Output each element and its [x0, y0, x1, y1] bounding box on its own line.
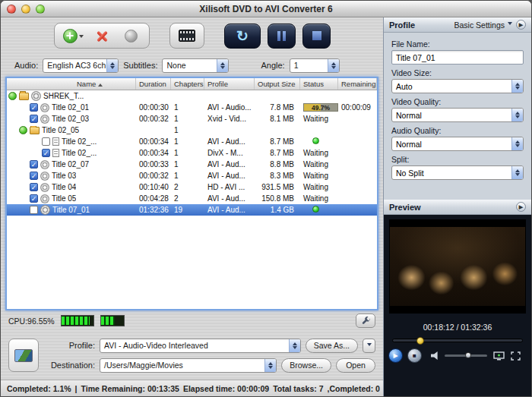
row-checkbox[interactable]: ✓	[42, 149, 50, 157]
zoom-button[interactable]	[36, 5, 45, 14]
preview-expand-button[interactable]: ▶	[516, 202, 526, 212]
minimize-button[interactable]	[21, 5, 30, 14]
table-row[interactable]: ✓Title 02_0100:00:301AVI - Audio...7.8 M…	[7, 102, 377, 113]
profile-section-header: Profile Basic Settings ▶	[384, 17, 531, 33]
row-size: 8.1 MB	[255, 115, 300, 123]
row-chapters: 1	[171, 149, 204, 157]
stop-button[interactable]	[302, 24, 331, 49]
speaker-icon[interactable]	[431, 351, 440, 360]
row-size: 1.4 GB	[255, 206, 300, 214]
convert-button[interactable]: ↻	[224, 24, 261, 49]
column-header-chapters[interactable]: Chapters	[171, 78, 204, 90]
audio-value: English AC3 6ch	[47, 61, 106, 70]
row-duration: 00:10:40	[136, 183, 171, 191]
column-header-output-size[interactable]: Output Size	[255, 78, 300, 90]
row-checkbox[interactable]: ✓	[30, 183, 38, 191]
wrench-icon	[361, 316, 371, 326]
row-duration: 00:00:32	[136, 115, 171, 123]
row-checkbox[interactable]: ✓	[30, 172, 38, 180]
row-checkbox[interactable]: ✓	[30, 103, 38, 112]
row-checkbox[interactable]: ✓	[30, 194, 38, 203]
table-row[interactable]: ✓Title 0400:10:402HD - AVI ...931.5 MBWa…	[7, 181, 377, 193]
table-row[interactable]: Title 02_...00:00:341AVI - Aud...8.7 MB	[7, 136, 377, 147]
name-cell: ✓Title 04	[7, 183, 136, 192]
column-header-duration[interactable]: Duration	[136, 78, 171, 90]
stop-playback-button[interactable]: ■	[407, 348, 422, 363]
table-row[interactable]: ✓Title 02_...00:00:341DivX - M...8.7 MBW…	[7, 147, 377, 159]
profile-select[interactable]: AVI - Audio-Video Interleaved	[100, 339, 301, 353]
column-header-status[interactable]: Status	[300, 78, 338, 90]
status-text: Waiting	[303, 194, 328, 203]
seek-knob[interactable]	[416, 337, 424, 345]
app-window: Xilisoft DVD to AVI Converter 6	[0, 0, 532, 397]
close-button[interactable]	[7, 5, 16, 14]
column-header-remaining-time[interactable]: Remaining Time	[338, 78, 377, 90]
seek-slider[interactable]	[392, 339, 523, 342]
video-quality-select[interactable]: Normal	[391, 108, 524, 122]
column-header-profile[interactable]: Profile	[204, 78, 255, 90]
row-size: 7.8 MB	[255, 103, 300, 112]
destination-select[interactable]: /Users/Maggie/Movies	[100, 358, 277, 373]
row-name: Title 02_01	[52, 103, 89, 112]
settings-wrench-button[interactable]	[356, 314, 375, 328]
audio-select[interactable]: English AC3 6ch	[43, 58, 119, 73]
status-dot	[312, 137, 319, 144]
row-checkbox[interactable]	[30, 206, 38, 214]
row-profile: DivX - M...	[204, 149, 255, 157]
row-status: Waiting	[300, 183, 338, 191]
browse-button[interactable]: Browse...	[281, 358, 331, 373]
add-files-button[interactable]	[59, 24, 87, 47]
expander-icon[interactable]	[8, 92, 17, 100]
angle-stepper[interactable]: 1	[290, 58, 340, 73]
table-row[interactable]: Title 02_051	[7, 124, 377, 136]
row-status: Waiting	[300, 115, 338, 123]
snapshot-frame-button[interactable]	[493, 351, 505, 361]
table-row[interactable]: ✓Title 0500:04:282AVI - Aud...150.8 MBWa…	[7, 193, 377, 204]
pause-button[interactable]	[268, 24, 296, 49]
clear-button[interactable]	[117, 24, 144, 47]
dvd-icon	[31, 91, 41, 101]
column-header-name[interactable]: Name	[7, 78, 136, 90]
profile-label: Profile:	[46, 341, 95, 350]
audio-quality-select[interactable]: Normal	[391, 137, 524, 151]
save-as-button[interactable]: Save As...	[306, 339, 358, 353]
video-preview[interactable]	[389, 219, 526, 314]
fullscreen-button[interactable]	[511, 351, 521, 361]
open-button[interactable]: Open	[336, 358, 375, 373]
sidebar: Profile Basic Settings ▶ File Name: Titl…	[383, 17, 531, 396]
play-button[interactable]: ▶	[388, 348, 403, 363]
subtitles-select[interactable]: None	[162, 58, 229, 73]
table-row[interactable]: ✓Title 02_0700:00:331AVI - Aud...8.8 MBW…	[7, 159, 377, 170]
snapshot-button[interactable]	[169, 23, 204, 49]
pause-icon	[277, 31, 286, 41]
disc-icon	[40, 160, 49, 169]
table-row[interactable]: ✓Title 0300:00:321AVI - Aud...8.3 MBWait…	[7, 170, 377, 181]
chevron-down-icon	[367, 343, 372, 348]
stepper-arrows-icon	[511, 137, 523, 150]
volume-knob[interactable]	[465, 352, 471, 358]
row-checkbox[interactable]: ✓	[30, 160, 38, 169]
basic-settings-toggle[interactable]: Basic Settings	[454, 20, 512, 30]
video-size-label: Video Size:	[391, 68, 524, 77]
volume-slider[interactable]	[445, 354, 487, 357]
row-checkbox[interactable]	[42, 137, 50, 146]
audio-label: Audio:	[14, 61, 38, 70]
remove-button[interactable]	[88, 24, 116, 47]
row-size: 8.3 MB	[255, 172, 300, 180]
table-row[interactable]: Title 07_0101:32:3619AVI - Aud...1.4 GB	[7, 204, 377, 216]
cpu-meter-1	[61, 315, 94, 326]
table-row[interactable]: SHREK_T...	[7, 90, 377, 102]
profile-expand-button[interactable]: ▶	[516, 20, 526, 30]
row-size: 8.7 MB	[255, 137, 300, 146]
expander-icon[interactable]	[19, 126, 27, 134]
file-name-field[interactable]: Title 07_01	[391, 50, 524, 65]
split-select[interactable]: No Split	[391, 165, 524, 180]
table-row[interactable]: ✓Title 02_0300:00:321Xvid - Vid...8.1 MB…	[7, 113, 377, 124]
save-as-dropdown-button[interactable]	[363, 339, 375, 353]
row-checkbox[interactable]: ✓	[30, 115, 38, 123]
audio-quality-label: Audio Quality:	[391, 126, 524, 135]
stepper-arrows-icon	[289, 339, 300, 352]
video-size-select[interactable]: Auto	[391, 79, 524, 93]
row-name: Title 02_07	[52, 160, 89, 169]
output-panel: Profile: AVI - Audio-Video Interleaved S…	[1, 331, 383, 380]
